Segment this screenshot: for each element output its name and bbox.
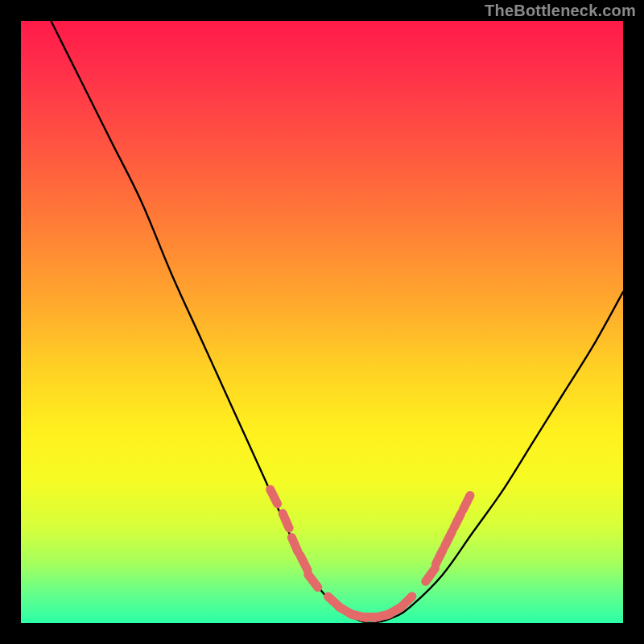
- highlight-marker: [426, 568, 436, 581]
- highlight-marker: [308, 575, 318, 588]
- plot-area: [21, 21, 623, 623]
- highlight-marker: [300, 555, 308, 570]
- highlight-marker: [436, 550, 443, 564]
- highlight-marker: [270, 489, 278, 504]
- highlight-marker: [291, 538, 298, 552]
- chart-frame: TheBottleneck.com: [0, 0, 644, 644]
- bottleneck-curve: [51, 21, 623, 623]
- chart-svg: [21, 21, 623, 623]
- highlight-marker: [283, 514, 289, 528]
- highlight-marker: [445, 531, 452, 546]
- highlight-marker: [454, 514, 461, 528]
- highlight-marker: [463, 495, 470, 510]
- watermark-text: TheBottleneck.com: [485, 2, 636, 20]
